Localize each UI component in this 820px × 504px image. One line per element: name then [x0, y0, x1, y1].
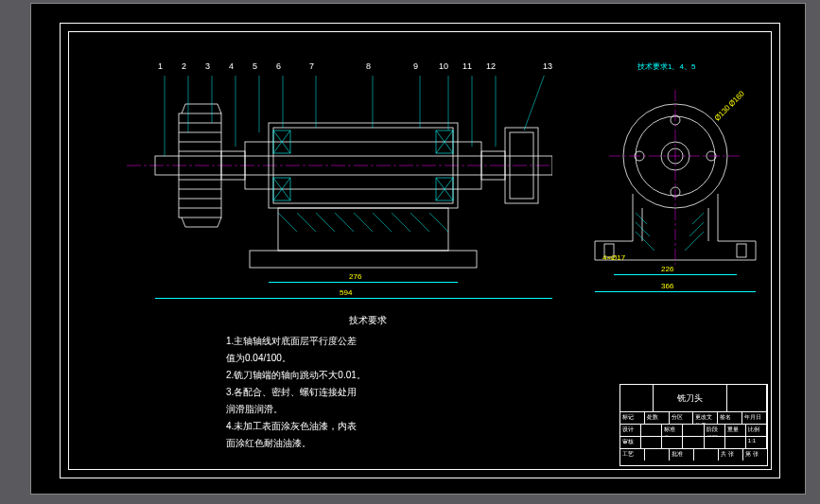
side-view: Ø160 Ø130: [581, 76, 770, 274]
dim-594-line: [155, 298, 552, 299]
tb-r1c3: 分区: [670, 412, 694, 424]
svg-line-28: [524, 76, 548, 130]
drawing-border: 1 2 3 4 5 6 7 8 9 10 11 12 13: [60, 23, 780, 478]
tb-r2c3: 标准化: [662, 425, 683, 436]
svg-rect-8: [278, 208, 448, 251]
svg-rect-38: [737, 244, 746, 257]
tb-r3c5: [705, 437, 725, 448]
callout-9: 9: [413, 61, 418, 71]
callout-8: 8: [366, 61, 371, 71]
tech-title: 技术要求: [226, 312, 510, 329]
cad-drawing-window[interactable]: 1 2 3 4 5 6 7 8 9 10 11 12 13: [30, 3, 806, 495]
callout-4: 4: [229, 61, 234, 71]
tb-partname: 铣刀头: [654, 385, 727, 411]
dim-366-line: [595, 291, 756, 292]
dim-4x17: 4×Ø17: [602, 253, 625, 262]
bearing-svg: [581, 76, 770, 284]
cad-viewport: 1 2 3 4 5 6 7 8 9 10 11 12 13: [0, 0, 820, 504]
note-4b: 面涂红色耐油油漆。: [226, 435, 510, 452]
title-block: 铣刀头 标记 处数 分区 更改文件号 签名 年月日 设计 标准化 阶段标记: [619, 384, 768, 466]
tb-r4c2: [645, 449, 670, 461]
callout-13: 13: [543, 61, 552, 71]
note-3a: 3.各配合、密封、螺钉连接处用: [226, 384, 510, 401]
tb-r2c6: 重量: [725, 425, 746, 436]
tb-r3c7: 1:1: [746, 437, 767, 448]
dim-226: 226: [661, 265, 673, 273]
callout-2: 2: [182, 61, 186, 71]
tb-r1c1: 标记: [620, 412, 645, 424]
tb-r2c4: [683, 425, 704, 436]
callout-5: 5: [253, 61, 257, 71]
tb-r1c5: 签名: [718, 412, 742, 424]
dim-594: 594: [340, 288, 352, 297]
tb-r3c3: [662, 437, 683, 448]
svg-rect-9: [250, 251, 477, 268]
tb-r4c3: 批准: [670, 449, 694, 461]
tb-r1c6: 年月日: [742, 412, 767, 424]
note-2: 2.铣刀轴端的轴向跳动不大0.01。: [226, 367, 510, 384]
note-4a: 4.未加工表面涂灰色油漆，内表: [226, 418, 510, 435]
shaft-svg: [127, 76, 552, 274]
callout-10: 10: [439, 61, 448, 71]
note-1b: 值为0.04/100。: [226, 350, 510, 367]
dim-226-line: [614, 274, 737, 275]
tb-r1c2: 处数: [645, 412, 670, 424]
tb-r3c1: 审核: [620, 437, 641, 448]
callout-1: 1: [158, 61, 163, 71]
tb-r2c7: 比例: [746, 425, 767, 436]
dim-366: 366: [661, 282, 673, 290]
tb-r3c6: [725, 437, 746, 448]
tb-r2c1: 设计: [620, 425, 641, 436]
dim-276-line: [269, 282, 458, 283]
callout-11: 11: [462, 61, 472, 71]
callout-3: 3: [205, 61, 210, 71]
callout-6: 6: [276, 61, 281, 71]
note-1a: 1.主轴轴线对底面层平行度公差: [226, 333, 510, 350]
callout-7: 7: [309, 61, 314, 71]
tb-r3c4: [683, 437, 704, 448]
dim-276: 276: [349, 272, 361, 281]
front-view: [127, 76, 552, 274]
tb-r4c1: 工艺: [620, 449, 645, 461]
tb-dwgno: [727, 385, 767, 411]
tb-r2c2: [641, 425, 662, 436]
tb-r1c4: 更改文件号: [693, 412, 718, 424]
tb-r4c5: 共 张: [719, 449, 743, 461]
technical-requirements: 技术要求 1.主轴轴线对底面层平行度公差 值为0.04/100。 2.铣刀轴端的…: [226, 312, 510, 452]
tb-r2c5: 阶段标记: [705, 425, 725, 436]
top-note: 技术要求1、4、5: [637, 61, 695, 72]
note-3b: 润滑脂润滑。: [226, 401, 510, 418]
tb-r3c2: [641, 437, 662, 448]
tb-r4c4: [694, 449, 719, 461]
tb-r4c6: 第 张: [743, 449, 767, 461]
tb-logo: [620, 385, 654, 411]
callout-12: 12: [486, 61, 496, 71]
